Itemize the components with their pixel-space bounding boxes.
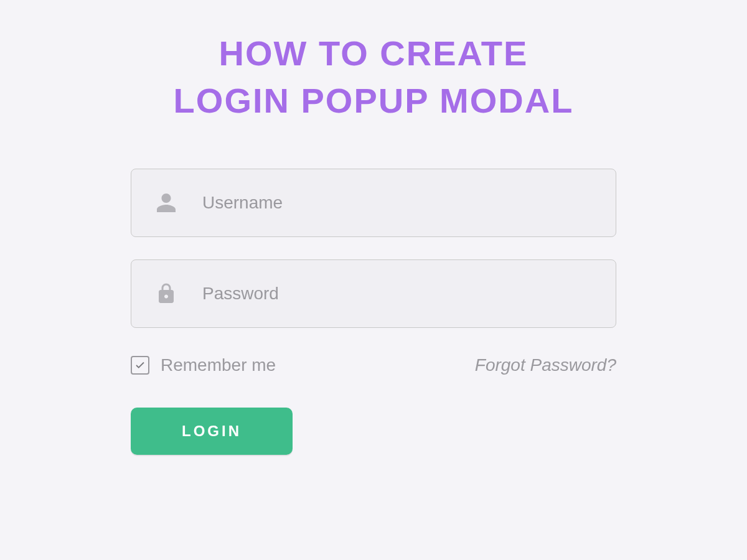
page-heading: HOW TO CREATE LOGIN POPUP MODAL [174, 30, 574, 124]
heading-line-1: HOW TO CREATE [219, 34, 529, 73]
username-input[interactable] [177, 169, 616, 236]
options-row: Remember me Forgot Password? [131, 355, 616, 375]
username-field-wrap[interactable] [131, 169, 616, 237]
forgot-password-link[interactable]: Forgot Password? [475, 355, 616, 375]
login-button[interactable]: LOGIN [131, 408, 293, 455]
check-icon [134, 360, 146, 371]
heading-line-2: LOGIN POPUP MODAL [174, 81, 574, 120]
password-input[interactable] [177, 260, 616, 327]
remember-checkbox[interactable] [131, 356, 149, 375]
heading-text: HOW TO CREATE LOGIN POPUP MODAL [174, 30, 574, 124]
login-form: Remember me Forgot Password? LOGIN [131, 169, 616, 455]
password-field-wrap[interactable] [131, 259, 616, 328]
lock-icon [155, 282, 177, 305]
user-icon [155, 192, 177, 214]
remember-label: Remember me [161, 355, 276, 375]
remember-me[interactable]: Remember me [131, 355, 276, 375]
